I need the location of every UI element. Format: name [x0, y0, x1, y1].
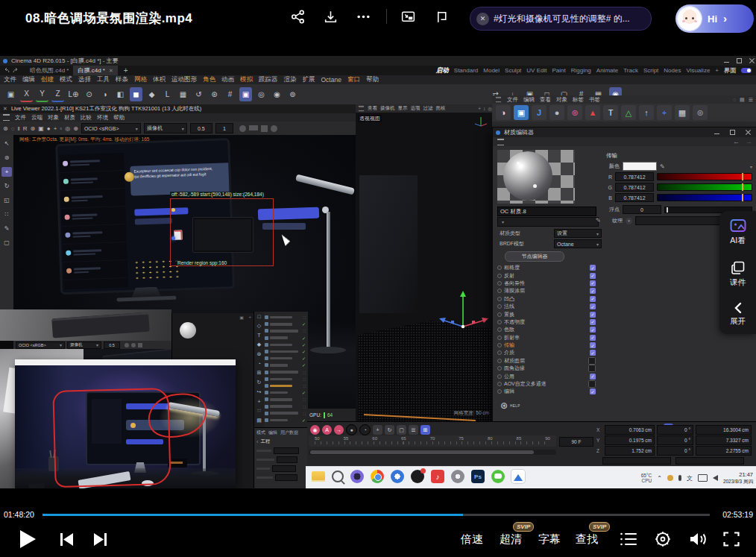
courseware-button[interactable]: 课件	[730, 260, 746, 288]
toolbar-icon[interactable]: ⊛	[208, 87, 221, 101]
hamburger-icon[interactable]	[496, 97, 501, 102]
camera-dropdown[interactable]: 摄像机	[144, 123, 187, 133]
object-row[interactable]	[265, 314, 307, 321]
toolbar-icon[interactable]: X	[20, 86, 33, 102]
panel-icon2[interactable]: +	[248, 315, 251, 319]
object-row[interactable]	[265, 355, 307, 362]
lv-toolbar-icon[interactable]: ◎	[65, 125, 70, 132]
move-gizmo[interactable]	[436, 283, 490, 337]
mini-exposure-field[interactable]: 0.5	[104, 342, 120, 349]
timeline-icon[interactable]: ◔	[359, 424, 371, 435]
viewport-menu-item[interactable]: 过滤	[423, 105, 433, 112]
lv-menu-item[interactable]: 帮助	[113, 114, 125, 122]
lv-toolbar-icon[interactable]: ◌	[11, 125, 15, 132]
toolbar-icon[interactable]: ⊙	[83, 87, 95, 101]
material-channel-row[interactable]: 反射	[497, 271, 596, 279]
toolbar-icon[interactable]: Z	[51, 86, 64, 102]
channel-checkbox[interactable]	[588, 357, 596, 365]
menu-item[interactable]: 样条	[116, 75, 128, 84]
material-preview[interactable]	[497, 150, 575, 204]
create-object-icon[interactable]: ▲	[585, 105, 600, 120]
channel-checkbox[interactable]	[590, 319, 596, 325]
channel-checkbox[interactable]	[590, 280, 596, 286]
lv-menu-item[interactable]: 云端	[31, 114, 42, 122]
object-row[interactable]	[265, 410, 307, 417]
menu-item[interactable]: 文件	[4, 75, 16, 84]
size-field[interactable]: 7.3327 cm	[696, 435, 752, 445]
object-tool-icon[interactable]: ↻	[257, 380, 262, 386]
user-avatar-pill[interactable]: Hi	[675, 4, 754, 33]
interface-toggle[interactable]	[741, 68, 752, 73]
create-object-icon[interactable]: ▦	[675, 105, 690, 120]
channel-checkbox[interactable]	[590, 312, 596, 318]
toolbar-icon[interactable]: L	[161, 87, 174, 101]
position-field[interactable]: 0.7063 cm	[605, 425, 655, 435]
size-field[interactable]: 2.2755 cm	[696, 446, 752, 456]
timeline-ruler[interactable]: 505560657075808590	[309, 435, 556, 447]
om-icon[interactable]: ◌	[733, 97, 736, 102]
settings-icon[interactable]	[654, 530, 672, 548]
object-tool-icon[interactable]: ∷	[257, 408, 260, 414]
material-channel-row[interactable]: 法线	[497, 303, 596, 310]
picture-in-picture-icon[interactable]	[398, 7, 418, 26]
playlist-icon[interactable]	[620, 532, 637, 547]
attribute-tab[interactable]: 编辑	[268, 429, 277, 436]
layout-tab[interactable]: Track	[623, 67, 638, 74]
menu-item[interactable]: Octane	[321, 76, 341, 84]
lv-toolbar-icon[interactable]: ‖	[17, 125, 19, 132]
menu-item[interactable]: 工具	[97, 75, 110, 84]
gamma-field[interactable]: 1	[215, 123, 233, 133]
tray-expand-icon[interactable]: ⌃	[657, 475, 662, 482]
next-button[interactable]	[92, 533, 107, 546]
speed-button[interactable]: 倍速	[461, 532, 483, 547]
tool-icon[interactable]: ↻	[1, 181, 12, 191]
toolbar-icon[interactable]: Y	[36, 86, 48, 102]
layout-tab[interactable]: Nodes	[664, 67, 681, 74]
channel-checkbox[interactable]	[590, 342, 596, 348]
timeline-icon[interactable]: ●	[346, 424, 357, 435]
field-value[interactable]	[275, 474, 297, 481]
undo-icon[interactable]	[3, 67, 10, 74]
frame-field[interactable]: 90 F	[559, 437, 593, 447]
close-tab-icon[interactable]: ✕	[109, 68, 113, 74]
timeline-icon[interactable]: ⊞	[420, 425, 430, 435]
layout-tab[interactable]: Animate	[596, 67, 618, 74]
footer-field[interactable]	[675, 457, 744, 465]
display-icon[interactable]	[698, 474, 708, 482]
node-editor-button[interactable]: 节点编辑器	[505, 251, 564, 262]
viewport-menu-item[interactable]: 查看	[368, 105, 377, 112]
object-tool-icon[interactable]: ◆	[257, 342, 261, 347]
channel-slider[interactable]	[657, 183, 752, 191]
layout-tab[interactable]: UV Edit	[526, 67, 546, 74]
app-icon-black[interactable]	[411, 470, 424, 483]
object-row[interactable]	[265, 321, 307, 327]
color-swatch[interactable]	[623, 162, 657, 171]
material-channel-row[interactable]: 薄膜涂层	[497, 287, 596, 295]
texture-dropdown-icon[interactable]: ▾	[626, 218, 632, 224]
layout-tab[interactable]: Script	[643, 67, 658, 74]
object-tool-icon[interactable]: +	[257, 399, 260, 404]
mic-icon[interactable]	[678, 475, 681, 481]
menu-item[interactable]: 创建	[41, 75, 54, 84]
toolbar-icon[interactable]: L⊕	[67, 87, 80, 101]
material-channel-row[interactable]: 材质图层	[497, 357, 596, 365]
lv-toolbar-icon[interactable]: ⊛	[3, 125, 8, 132]
layout-tab[interactable]: Sculpt	[505, 67, 521, 74]
lv-toolbar-icon[interactable]: R	[23, 125, 28, 132]
om-menu-item[interactable]: 书签	[589, 96, 600, 104]
layout-tab[interactable]: Stand­ard	[454, 67, 478, 74]
back-chevron-icon[interactable]: ‹	[256, 439, 258, 444]
layout-tab[interactable]: Visualize	[686, 67, 710, 74]
material-editor-titlebar[interactable]: 材质编辑器	[493, 128, 756, 137]
material-channel-row[interactable]: 不透明度	[497, 318, 596, 326]
hamburger-icon[interactable]	[3, 114, 10, 121]
cast-screen-icon[interactable]	[432, 7, 451, 26]
toolbar-icon[interactable]: ↺	[192, 87, 205, 101]
minimize-icon[interactable]	[714, 130, 719, 135]
channel-checkbox[interactable]	[588, 365, 596, 372]
mini-ocio-dropdown[interactable]: OCIO <sRGB>	[16, 342, 65, 349]
viewport-menu-item[interactable]: 显示	[398, 105, 408, 112]
channel-checkbox[interactable]	[590, 288, 596, 294]
clock-time[interactable]: 21:47	[723, 471, 753, 478]
doc-tab-active[interactable]: 白膜.c4d *✕	[73, 66, 117, 75]
